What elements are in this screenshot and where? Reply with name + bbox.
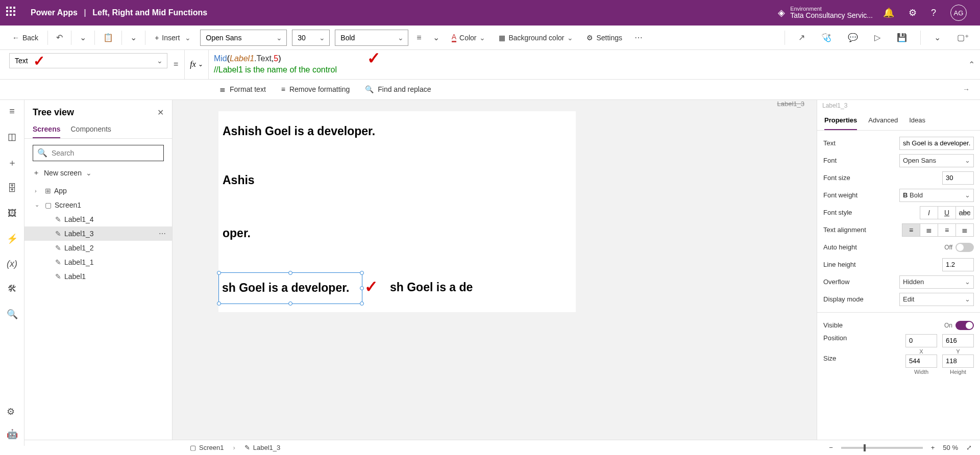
canvas-label-mid-selected[interactable]: sh Goel is a developer. <box>222 281 349 295</box>
fit-to-window-button[interactable]: ⤢ <box>966 444 972 446</box>
canvas-label-left[interactable]: Ashis <box>223 173 255 187</box>
overflow-menu-icon[interactable]: ⋯ <box>631 31 646 44</box>
breadcrumb-control[interactable]: ✎Label1_3 <box>244 444 281 446</box>
font-select[interactable]: Open Sans <box>200 30 287 46</box>
align-left-button[interactable]: ≡ <box>902 223 920 237</box>
tab-screens[interactable]: Screens <box>33 121 60 138</box>
find-replace-button[interactable]: 🔍Find and replace <box>365 85 431 93</box>
search-icon[interactable]: 🔍 <box>7 309 18 320</box>
tree-view-icon[interactable]: ◫ <box>8 131 16 142</box>
settings-rail-icon[interactable]: ⚙ <box>7 406 18 417</box>
prop-height-input[interactable] <box>942 355 974 368</box>
add-app-icon[interactable]: ▢⁺ <box>954 31 972 44</box>
media-icon[interactable]: 🖼 <box>8 208 17 219</box>
variables-icon[interactable]: (x) <box>7 259 17 269</box>
tree-search[interactable]: 🔍 <box>33 145 164 161</box>
fx-button[interactable]: fx <box>184 50 209 79</box>
format-text-button[interactable]: ≣Format text <box>219 85 266 93</box>
tree-item-label[interactable]: ✎Label1 <box>24 269 172 284</box>
auto-height-toggle[interactable] <box>955 243 974 252</box>
prop-pos-x-input[interactable] <box>905 334 937 347</box>
search-icon: 🔍 <box>37 148 47 158</box>
close-panel-icon[interactable]: ✕ <box>157 108 164 117</box>
paste-button[interactable]: 📋 <box>100 31 116 44</box>
tree-search-input[interactable] <box>52 149 159 157</box>
visible-toggle[interactable] <box>955 321 974 330</box>
settings-gear-icon[interactable]: ⚙ <box>909 7 917 18</box>
canvas-label-full[interactable]: Ashish Goel is a developer. <box>223 124 375 138</box>
align-icon[interactable]: ≡ <box>413 31 424 44</box>
prop-overflow-select[interactable]: Hidden <box>899 275 974 289</box>
app-checker-icon[interactable]: 🩺 <box>818 31 835 44</box>
align-center-button[interactable]: ≣ <box>920 223 938 237</box>
zoom-out-button[interactable]: − <box>829 444 833 446</box>
paste-dropdown[interactable]: ⌄ <box>127 31 140 44</box>
breadcrumb-screen[interactable]: ▢Screen1 <box>190 444 224 446</box>
new-screen-button[interactable]: ＋New screen⌄ <box>24 165 172 181</box>
expand-formula-icon[interactable]: ⌃ <box>963 50 980 79</box>
prop-label-display-mode: Display mode <box>823 295 899 303</box>
align-justify-button[interactable]: ≣ <box>955 223 974 237</box>
advanced-tools-icon[interactable]: 🛠 <box>8 284 17 294</box>
hamburger-icon[interactable]: ≡ <box>9 106 15 117</box>
prop-pos-y-input[interactable] <box>942 334 974 347</box>
equals-sign: = <box>167 50 184 79</box>
ask-virtual-agent-icon[interactable]: 🤖 <box>7 428 18 440</box>
prop-text-input[interactable] <box>899 137 974 150</box>
tree-item-label[interactable]: ✎Label1_2 <box>24 241 172 255</box>
waffle-icon[interactable] <box>6 7 18 19</box>
tree-item-more-icon[interactable]: ⋯ <box>159 230 167 238</box>
prop-font-select[interactable]: Open Sans <box>899 154 974 167</box>
italic-button[interactable]: I <box>920 206 938 219</box>
power-automate-icon[interactable]: ⚡ <box>7 233 18 244</box>
font-size-input[interactable]: 30 <box>292 30 330 46</box>
insert-icon[interactable]: ＋ <box>8 157 17 169</box>
tree-item-label[interactable]: ✎Label1_1 <box>24 255 172 269</box>
share-icon[interactable]: ↗ <box>795 31 808 44</box>
align-dropdown[interactable]: ⌄ <box>430 31 443 44</box>
undo-button[interactable]: ↶ <box>53 31 66 44</box>
settings-button[interactable]: ⚙Settings <box>582 32 626 44</box>
canvas-label-mid2[interactable]: sh Goel is a de <box>390 281 473 294</box>
props-tab-advanced[interactable]: Advanced <box>868 113 898 130</box>
selection-box[interactable]: sh Goel is a developer. ✓ <box>218 272 362 304</box>
publish-dropdown-icon[interactable]: ⌄ <box>931 31 944 44</box>
undo-dropdown[interactable]: ⌄ <box>77 31 89 44</box>
insert-button[interactable]: +Insert⌄ <box>151 32 195 44</box>
design-canvas[interactable]: Ashish Goel is a developer. Ashis oper. … <box>218 111 576 312</box>
tab-components[interactable]: Components <box>70 121 111 138</box>
strikethrough-button[interactable]: abc <box>955 206 974 219</box>
tree-item-app[interactable]: ›⊞App <box>24 184 172 198</box>
user-avatar[interactable]: AG <box>950 5 967 21</box>
tree-item-screen[interactable]: ⌄▢Screen1 <box>24 198 172 212</box>
tree-item-label[interactable]: ✎Label1_3⋯ <box>24 226 172 241</box>
align-right-button[interactable]: ≡ <box>938 223 956 237</box>
formula-tools-next-icon[interactable]: → <box>952 85 980 93</box>
comments-icon[interactable]: 💬 <box>845 31 861 44</box>
property-selector[interactable]: Text ✓ <box>9 53 167 68</box>
prop-width-input[interactable] <box>905 355 937 368</box>
canvas-label-right[interactable]: oper. <box>223 226 251 240</box>
background-color-button[interactable]: ▦Background color⌄ <box>495 32 577 44</box>
prop-font-size-input[interactable] <box>942 171 974 185</box>
data-icon[interactable]: 🗄 <box>8 183 17 194</box>
font-weight-select[interactable]: Bold <box>335 30 408 46</box>
help-icon[interactable]: ? <box>931 8 936 18</box>
prop-display-mode-select[interactable]: Edit <box>899 293 974 306</box>
tree-item-label[interactable]: ✎Label1_4 <box>24 212 172 226</box>
zoom-in-button[interactable]: + <box>931 444 935 446</box>
props-tab-properties[interactable]: Properties <box>824 113 857 130</box>
props-tab-ideas[interactable]: Ideas <box>909 113 925 130</box>
notifications-icon[interactable]: 🔔 <box>883 7 894 18</box>
canvas-area[interactable]: Label1_3 Ashish Goel is a developer. Ash… <box>173 100 817 446</box>
color-button[interactable]: AColor⌄ <box>448 31 490 44</box>
underline-button[interactable]: U <box>938 206 956 219</box>
formula-bar[interactable]: Mid(Label1.Text,5) ✓ //Label1 is the nam… <box>209 50 963 79</box>
prop-font-weight-select[interactable]: B Bold <box>899 189 974 202</box>
prop-line-height-input[interactable] <box>942 258 974 271</box>
preview-icon[interactable]: ▷ <box>871 31 884 44</box>
environment-selector[interactable]: ◈ Environment Tata Consultancy Servic... <box>778 6 873 19</box>
back-button[interactable]: ←Back <box>8 32 42 44</box>
save-icon[interactable]: 💾 <box>894 31 910 44</box>
remove-formatting-button[interactable]: ≡Remove formatting <box>281 85 350 93</box>
